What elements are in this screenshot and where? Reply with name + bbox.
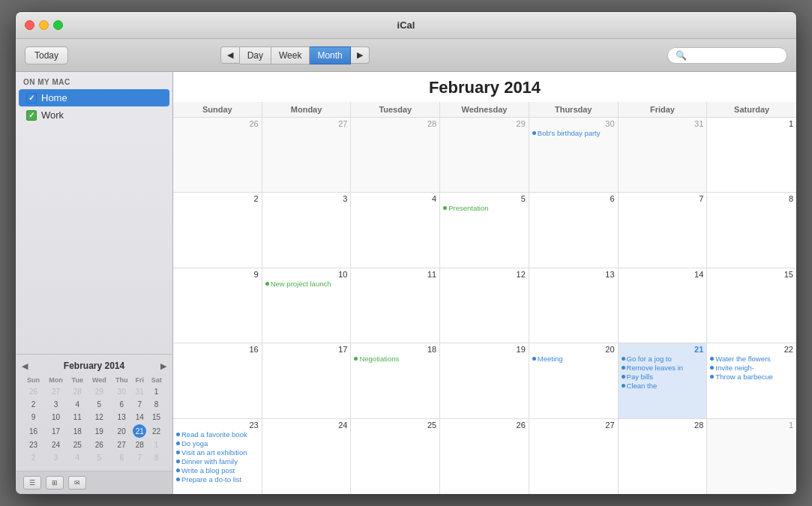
calendar-cell[interactable]: 5Presentation	[440, 193, 529, 267]
calendar-cell[interactable]: 12	[440, 268, 529, 343]
mini-cal-cell[interactable]: 5	[88, 452, 111, 463]
mini-cal-cell[interactable]: 22	[148, 424, 165, 438]
maximize-button[interactable]	[53, 20, 63, 30]
sidebar-item-home[interactable]: ✓ Home	[19, 89, 169, 106]
calendar-event[interactable]: Write a blog post	[176, 466, 259, 475]
mail-button[interactable]: ✉	[68, 476, 86, 490]
calendar-cell[interactable]: 4	[351, 193, 440, 267]
calendar-cell[interactable]: 31	[619, 118, 708, 192]
list-view-button[interactable]: ☰	[23, 476, 41, 490]
week-view-button[interactable]: Week	[271, 46, 310, 64]
calendar-cell[interactable]: 9	[173, 268, 262, 343]
mini-cal-cell[interactable]: 23	[23, 439, 43, 451]
mini-cal-cell[interactable]: 19	[88, 424, 111, 438]
mini-cal-cell[interactable]: 2	[23, 452, 43, 463]
calendar-cell[interactable]: 19	[440, 343, 529, 418]
mini-cal-next[interactable]: ▶	[160, 361, 166, 371]
calendar-cell[interactable]: 2	[173, 193, 262, 267]
calendar-cell[interactable]: 26	[173, 118, 262, 192]
calendar-cell[interactable]: 6	[529, 193, 619, 267]
calendar-cell[interactable]: 1	[707, 419, 796, 494]
work-checkbox[interactable]: ✓	[26, 110, 37, 121]
calendar-cell[interactable]: 24	[262, 419, 352, 494]
close-button[interactable]	[25, 20, 34, 30]
calendar-cell[interactable]: 30Bob's birthday party	[529, 118, 619, 192]
calendar-cell[interactable]: 18Negotiations	[351, 343, 440, 418]
next-button[interactable]: ▶	[351, 46, 370, 64]
mini-cal-cell[interactable]: 27	[45, 386, 67, 397]
calendar-event[interactable]: Throw a barbecue	[710, 373, 793, 381]
calendar-cell[interactable]: 10New project launch	[262, 268, 352, 343]
mini-cal-cell[interactable]: 20	[112, 424, 131, 438]
calendar-cell[interactable]: 29	[440, 118, 529, 192]
mini-cal-cell[interactable]: 3	[45, 452, 67, 463]
calendar-cell[interactable]: 27	[262, 118, 352, 192]
calendar-cell[interactable]: 23Read a favorite bookDo yogaVisit an ar…	[173, 419, 262, 494]
calendar-cell[interactable]: 21Go for a jog toRemove leaves inPay bil…	[619, 343, 708, 418]
mini-cal-cell[interactable]: 21	[133, 424, 146, 438]
calendar-cell[interactable]: 15	[707, 268, 796, 343]
mini-cal-cell[interactable]: 7	[133, 399, 146, 410]
calendar-cell[interactable]: 28	[619, 419, 708, 494]
mini-cal-cell[interactable]: 18	[68, 424, 87, 438]
mini-cal-cell[interactable]: 13	[112, 412, 131, 423]
calendar-event[interactable]: Clean the	[622, 382, 704, 390]
mini-cal-cell[interactable]: 4	[68, 452, 87, 463]
prev-button[interactable]: ◀	[220, 46, 240, 64]
sidebar-item-work[interactable]: ✓ Work	[19, 106, 169, 124]
calendar-event[interactable]: Dinner with family	[176, 457, 259, 466]
calendar-cell[interactable]: 3	[262, 193, 352, 267]
mini-cal-cell[interactable]: 24	[45, 439, 67, 451]
mini-cal-cell[interactable]: 28	[68, 386, 87, 397]
mini-cal-prev[interactable]: ◀	[22, 361, 28, 371]
calendar-event[interactable]: Prepare a do-to list	[176, 475, 259, 484]
calendar-event[interactable]: Read a favorite book	[176, 430, 259, 439]
calendar-event[interactable]: Pay bills	[622, 373, 704, 381]
calendar-event[interactable]: Presentation	[443, 204, 526, 212]
calendar-cell[interactable]: 27	[529, 419, 619, 494]
calendar-event[interactable]: Bob's birthday party	[532, 129, 615, 137]
calendar-cell[interactable]: 11	[351, 268, 440, 343]
calendar-cell[interactable]: 1	[707, 118, 796, 192]
mini-cal-cell[interactable]: 11	[68, 412, 87, 423]
grid-view-button[interactable]: ⊞	[46, 476, 64, 490]
mini-cal-cell[interactable]: 4	[68, 399, 87, 410]
mini-cal-cell[interactable]: 1	[148, 386, 165, 397]
mini-cal-cell[interactable]: 25	[68, 439, 87, 451]
mini-cal-cell[interactable]: 15	[148, 412, 165, 423]
calendar-cell[interactable]: 13	[529, 268, 619, 343]
mini-cal-cell[interactable]: 28	[133, 439, 146, 451]
calendar-cell[interactable]: 26	[440, 419, 529, 494]
mini-cal-cell[interactable]: 29	[88, 386, 111, 397]
mini-cal-cell[interactable]: 27	[112, 439, 131, 451]
mini-cal-cell[interactable]: 5	[88, 399, 111, 410]
mini-cal-cell[interactable]: 26	[23, 386, 43, 397]
mini-cal-cell[interactable]: 14	[133, 412, 146, 423]
calendar-cell[interactable]: 8	[707, 193, 796, 267]
home-checkbox[interactable]: ✓	[26, 93, 37, 103]
calendar-event[interactable]: Do yoga	[176, 439, 259, 448]
calendar-event[interactable]: Meeting	[532, 355, 615, 363]
calendar-cell[interactable]: 20Meeting	[529, 343, 619, 418]
calendar-cell[interactable]: 25	[351, 419, 440, 494]
calendar-cell[interactable]: 14	[619, 268, 708, 343]
mini-cal-cell[interactable]: 26	[88, 439, 111, 451]
mini-cal-cell[interactable]: 1	[148, 439, 165, 451]
month-view-button[interactable]: Month	[310, 46, 350, 64]
calendar-cell[interactable]: 28	[351, 118, 440, 192]
mini-cal-cell[interactable]: 17	[45, 424, 67, 438]
mini-cal-cell[interactable]: 12	[88, 412, 111, 423]
mini-cal-cell[interactable]: 31	[133, 386, 146, 397]
calendar-event[interactable]: Water the flowers	[710, 355, 793, 363]
mini-cal-cell[interactable]: 9	[23, 412, 43, 423]
calendar-event[interactable]: Negotiations	[354, 355, 436, 363]
mini-cal-cell[interactable]: 2	[23, 399, 43, 410]
day-view-button[interactable]: Day	[240, 46, 271, 64]
mini-cal-cell[interactable]: 16	[23, 424, 43, 438]
calendar-event[interactable]: New project launch	[265, 280, 348, 288]
mini-cal-cell[interactable]: 6	[112, 399, 131, 410]
minimize-button[interactable]	[39, 20, 49, 30]
calendar-cell[interactable]: 7	[619, 193, 708, 267]
calendar-cell[interactable]: 16	[173, 343, 262, 418]
mini-cal-cell[interactable]: 8	[148, 452, 165, 463]
